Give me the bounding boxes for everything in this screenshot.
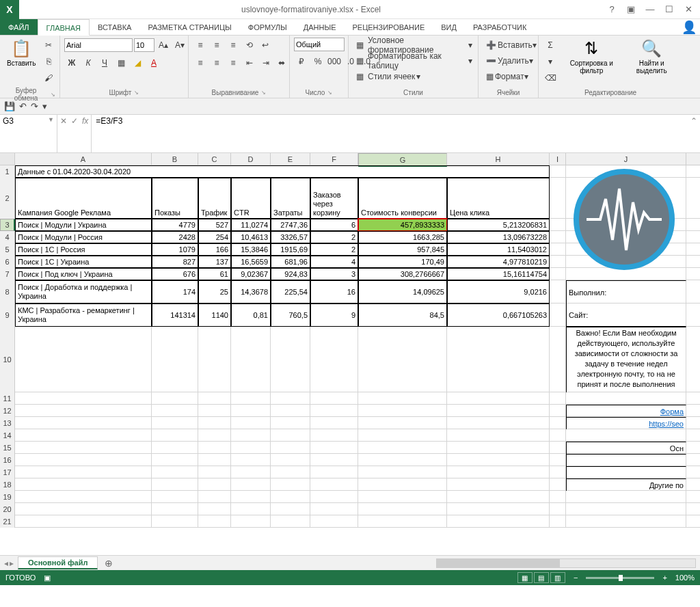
row-header-8[interactable]: 8	[0, 280, 15, 304]
cell[interactable]	[271, 466, 310, 478]
cut-button[interactable]: ✂	[41, 38, 56, 53]
cell[interactable]	[550, 491, 566, 503]
cell[interactable]: КМС | Разработка - ремаркетинг | Украина	[15, 304, 152, 327]
cell[interactable]	[152, 491, 198, 503]
accept-formula-icon[interactable]: ✓	[71, 116, 78, 126]
row-header-3[interactable]: 3	[0, 219, 15, 231]
row-header-7[interactable]: 7	[0, 268, 15, 280]
cell[interactable]: Важно! Если Вам необходим действующего, …	[566, 327, 686, 392]
cell[interactable]: 15,16114754	[447, 268, 550, 280]
cell[interactable]	[231, 417, 271, 429]
cell[interactable]	[358, 392, 447, 405]
help-icon[interactable]: ?	[603, 2, 621, 17]
cell[interactable]	[550, 268, 566, 280]
cell[interactable]: 957,845	[358, 243, 447, 256]
cell[interactable]	[271, 327, 310, 392]
grow-font[interactable]: A▴	[156, 38, 171, 53]
cell[interactable]	[550, 392, 566, 405]
cell[interactable]: Выполнил:	[566, 280, 686, 304]
cell[interactable]	[15, 442, 152, 454]
format-painter-button[interactable]: 🖌	[41, 70, 56, 85]
cell[interactable]: 2	[310, 243, 358, 256]
cell[interactable]	[358, 442, 447, 454]
row-header-16[interactable]: 16	[0, 454, 15, 466]
cell[interactable]	[231, 515, 271, 528]
ribbon-options-icon[interactable]: ▣	[622, 2, 640, 17]
cell[interactable]: 3326,57	[271, 231, 310, 243]
cell[interactable]	[271, 515, 310, 528]
cell[interactable]	[447, 478, 550, 491]
sheet-nav-last[interactable]: ▸	[10, 558, 14, 568]
cell[interactable]	[231, 429, 271, 442]
tab-home[interactable]: ГЛАВНАЯ	[38, 19, 90, 36]
cell[interactable]	[310, 454, 358, 466]
cell[interactable]	[310, 503, 358, 515]
col-F[interactable]: F	[310, 153, 358, 165]
row-header-1[interactable]: 1	[0, 165, 15, 178]
cell[interactable]	[550, 417, 566, 429]
shrink-font[interactable]: A▾	[172, 38, 187, 53]
align-bottom[interactable]: ≡	[226, 38, 241, 53]
macro-record-icon[interactable]: ▣	[44, 574, 51, 582]
delete-cells[interactable]: ➖ Удалить ▾	[483, 53, 536, 68]
redo-icon[interactable]: ↷	[31, 101, 38, 111]
cell[interactable]	[15, 429, 152, 442]
cell[interactable]: 16,5659	[231, 256, 271, 268]
cell[interactable]	[447, 503, 550, 515]
cell[interactable]	[310, 466, 358, 478]
align-middle[interactable]: ≡	[209, 38, 224, 53]
cell[interactable]	[447, 466, 550, 478]
cell[interactable]: 4,977810219	[447, 256, 550, 268]
cell[interactable]	[550, 478, 566, 491]
select-all-corner[interactable]	[0, 153, 15, 165]
cell[interactable]	[231, 442, 271, 454]
cell[interactable]: Другие по	[566, 478, 686, 491]
paste-button[interactable]: 📋 Вставить	[4, 38, 38, 68]
cell[interactable]	[447, 417, 550, 429]
cell[interactable]	[271, 405, 310, 417]
name-box[interactable]: ▼	[0, 115, 57, 152]
fx-icon[interactable]: fx	[82, 116, 88, 126]
cell[interactable]	[198, 491, 231, 503]
cell[interactable]: 14,09625	[358, 280, 447, 304]
font-size[interactable]	[134, 38, 154, 52]
cell[interactable]	[358, 429, 447, 442]
cell[interactable]	[271, 417, 310, 429]
col-E[interactable]: E	[271, 153, 310, 165]
cell[interactable]: https://seo	[566, 417, 686, 429]
col-C[interactable]: C	[198, 153, 231, 165]
cell[interactable]	[550, 280, 566, 304]
cell[interactable]	[152, 405, 198, 417]
horizontal-scrollbar[interactable]	[436, 558, 696, 568]
cell[interactable]	[231, 454, 271, 466]
cell[interactable]: 137	[198, 256, 231, 268]
cell[interactable]: Заказов через корзину	[310, 178, 358, 219]
row-header-13[interactable]: 13	[0, 417, 15, 429]
cell[interactable]: 676	[152, 268, 198, 280]
cell[interactable]	[358, 454, 447, 466]
cell[interactable]	[152, 466, 198, 478]
cell[interactable]	[550, 515, 566, 528]
format-as-table[interactable]: ▦ Форматировать как таблицу ▾	[353, 53, 476, 68]
cell[interactable]: 6	[310, 219, 358, 231]
cell[interactable]: Данные с 01.04.2020-30.04.2020	[15, 165, 550, 178]
cell[interactable]	[152, 454, 198, 466]
cell[interactable]	[358, 327, 447, 392]
indent-dec[interactable]: ⇤	[242, 55, 257, 70]
cell[interactable]	[358, 405, 447, 417]
cell[interactable]: 4	[310, 256, 358, 268]
indent-inc[interactable]: ⇥	[258, 55, 273, 70]
cell[interactable]: 254	[198, 231, 231, 243]
currency-button[interactable]: ₽	[294, 54, 309, 69]
cell[interactable]	[447, 491, 550, 503]
cell[interactable]	[566, 392, 686, 405]
cell[interactable]: 527	[198, 219, 231, 231]
row-header-12[interactable]: 12	[0, 405, 15, 417]
cell[interactable]: 15,3846	[231, 243, 271, 256]
cell[interactable]	[198, 392, 231, 405]
cell[interactable]	[550, 219, 566, 231]
cell[interactable]	[566, 491, 686, 503]
fill-color-button[interactable]: ◢	[130, 55, 145, 70]
clipboard-launcher[interactable]: ↘	[51, 92, 55, 98]
cell[interactable]: 13,09673228	[447, 231, 550, 243]
